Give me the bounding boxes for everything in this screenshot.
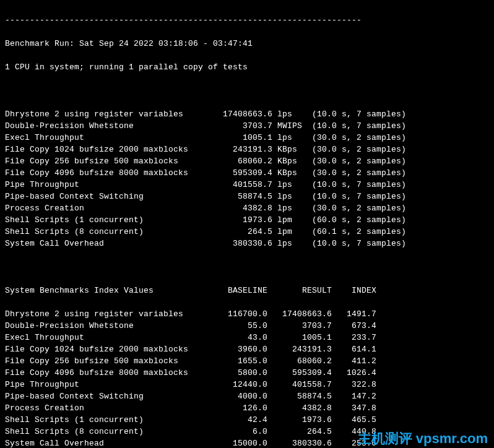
index-row: Shell Scripts (1 concurrent) 42.4 1973.6… (5, 414, 489, 426)
results-block: Dhrystone 2 using register variables 174… (5, 108, 489, 249)
result-row: Dhrystone 2 using register variables 174… (5, 108, 489, 120)
result-row: File Copy 256 bufsize 500 maxblocks 6806… (5, 155, 489, 167)
index-row: File Copy 1024 bufsize 2000 maxblocks 39… (5, 343, 489, 355)
result-row: Shell Scripts (1 concurrent) 1973.6 lpm … (5, 214, 489, 226)
index-header-row: System Benchmarks Index Values BASELINE … (5, 285, 489, 296)
result-row: Pipe Throughput 401558.7 lps (10.0 s, 7 … (5, 179, 489, 191)
blank-line (5, 261, 489, 273)
index-row: File Copy 4096 bufsize 8000 maxblocks 58… (5, 367, 489, 379)
cpu-line: 1 CPU in system; running 1 parallel copy… (5, 61, 489, 73)
result-row: System Call Overhead 380330.6 lps (10.0 … (5, 238, 489, 249)
watermark: 主机测评 vpsmr.com (358, 433, 488, 444)
blank-line (5, 85, 489, 97)
benchmark-run-line: Benchmark Run: Sat Sep 24 2022 03:18:06 … (5, 38, 489, 50)
result-row: File Copy 1024 bufsize 2000 maxblocks 24… (5, 144, 489, 155)
result-row: Execl Throughput 1005.1 lps (30.0 s, 2 s… (5, 132, 489, 144)
separator: ----------------------------------------… (5, 14, 489, 26)
index-row: File Copy 256 bufsize 500 maxblocks 1655… (5, 355, 489, 367)
index-row: Pipe Throughput 12440.0 401558.7 322.8 (5, 379, 489, 390)
index-row: Execl Throughput 43.0 1005.1 233.7 (5, 332, 489, 343)
terminal-output: ----------------------------------------… (0, 0, 494, 448)
index-row: Dhrystone 2 using register variables 116… (5, 308, 489, 320)
result-row: Process Creation 4382.8 lps (30.0 s, 2 s… (5, 202, 489, 214)
index-block: Dhrystone 2 using register variables 116… (5, 308, 489, 448)
index-row: Pipe-based Context Switching 4000.0 5887… (5, 390, 489, 402)
index-row: Double-Precision Whetstone 55.0 3703.7 6… (5, 320, 489, 332)
index-row: Process Creation 126.0 4382.8 347.8 (5, 402, 489, 414)
result-row: File Copy 4096 bufsize 8000 maxblocks 59… (5, 167, 489, 179)
result-row: Double-Precision Whetstone 3703.7 MWIPS … (5, 120, 489, 132)
result-row: Pipe-based Context Switching 58874.5 lps… (5, 191, 489, 202)
result-row: Shell Scripts (8 concurrent) 264.5 lpm (… (5, 226, 489, 238)
